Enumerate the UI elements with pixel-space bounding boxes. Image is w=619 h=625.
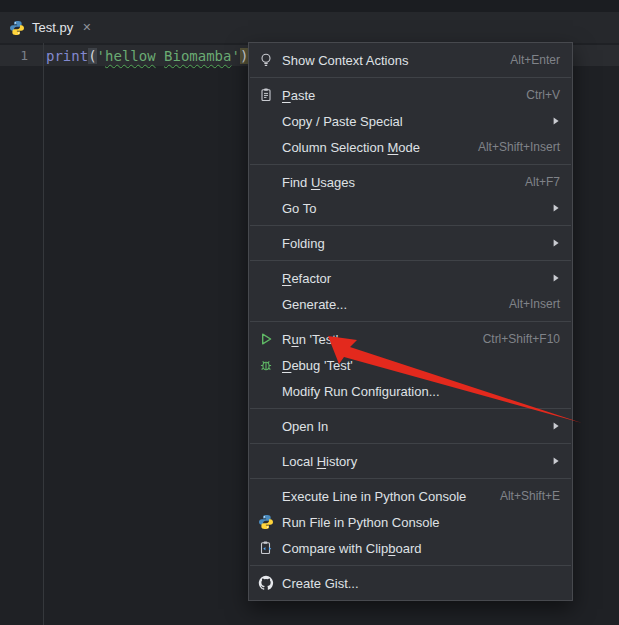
menu-item-run-test[interactable]: Run 'Test' Ctrl+Shift+F10: [249, 326, 572, 352]
icon-placeholder: [258, 113, 275, 129]
token-word-biomamba: Biomamba: [164, 48, 231, 64]
menu-item-generate[interactable]: Generate... Alt+Insert: [249, 291, 572, 317]
shortcut-label: Ctrl+Shift+F10: [483, 332, 560, 346]
menu-item-refactor[interactable]: Refactor: [249, 265, 572, 291]
shortcut-label: Alt+Insert: [509, 297, 560, 311]
submenu-arrow-icon: [552, 274, 560, 282]
menu-separator: [250, 443, 571, 444]
paste-icon: [258, 87, 275, 103]
icon-placeholder: [258, 235, 275, 251]
menu-separator: [250, 321, 571, 322]
menu-item-run-file-in-python-console[interactable]: Run File in Python Console: [249, 509, 572, 535]
submenu-arrow-icon: [552, 117, 560, 125]
shortcut-label: Alt+Shift+E: [500, 489, 560, 503]
menu-separator: [250, 164, 571, 165]
menu-item-find-usages[interactable]: Find Usages Alt+F7: [249, 169, 572, 195]
menu-item-copy-paste-special[interactable]: Copy / Paste Special: [249, 108, 572, 134]
token-quote-close: ': [231, 48, 239, 64]
token-word-hellow: hellow: [105, 48, 156, 64]
icon-placeholder: [258, 174, 275, 190]
token-quote-open: ': [97, 48, 105, 64]
title-bar: [0, 0, 619, 12]
shortcut-label: Alt+Enter: [510, 53, 560, 67]
menu-separator: [250, 478, 571, 479]
menu-item-go-to[interactable]: Go To: [249, 195, 572, 221]
token-lparen: (: [88, 48, 96, 64]
pycharm-window: Test.py ✕ 1 print('hellow Biomamba') Sho…: [0, 0, 619, 625]
gutter-border: [43, 43, 44, 625]
code-text: print('hellow Biomamba'): [46, 48, 248, 64]
icon-placeholder: [258, 383, 275, 399]
editor-tab-bar: Test.py ✕: [0, 12, 619, 43]
menu-separator: [250, 565, 571, 566]
python-icon: [258, 514, 275, 530]
submenu-arrow-icon: [552, 204, 560, 212]
tab-test-py[interactable]: Test.py ✕: [0, 12, 101, 43]
lightbulb-icon: [258, 52, 275, 68]
icon-placeholder: [258, 296, 275, 312]
close-icon[interactable]: ✕: [82, 21, 91, 34]
icon-placeholder: [258, 488, 275, 504]
icon-placeholder: [258, 270, 275, 286]
submenu-arrow-icon: [552, 457, 560, 465]
menu-item-modify-run-configuration[interactable]: Modify Run Configuration...: [249, 378, 572, 404]
line-number[interactable]: 1: [0, 48, 28, 63]
icon-placeholder: [258, 453, 275, 469]
python-icon: [9, 20, 25, 36]
menu-item-show-context-actions[interactable]: Show Context Actions Alt+Enter: [249, 47, 572, 73]
token-space: [156, 48, 164, 64]
shortcut-label: Alt+F7: [525, 175, 560, 189]
menu-item-folding[interactable]: Folding: [249, 230, 572, 256]
menu-item-paste[interactable]: Paste Ctrl+V: [249, 82, 572, 108]
menu-separator: [250, 260, 571, 261]
github-icon: [258, 575, 275, 591]
menu-item-open-in[interactable]: Open In: [249, 413, 572, 439]
icon-placeholder: [258, 200, 275, 216]
menu-item-execute-line-in-python-console[interactable]: Execute Line in Python Console Alt+Shift…: [249, 483, 572, 509]
menu-item-compare-with-clipboard[interactable]: Compare with Clipboard: [249, 535, 572, 561]
context-menu: Show Context Actions Alt+Enter Paste Ctr…: [248, 42, 573, 601]
shortcut-label: Ctrl+V: [526, 88, 560, 102]
icon-placeholder: [258, 418, 275, 434]
menu-separator: [250, 408, 571, 409]
submenu-arrow-icon: [552, 422, 560, 430]
menu-item-local-history[interactable]: Local History: [249, 448, 572, 474]
token-print: print: [46, 48, 88, 64]
submenu-arrow-icon: [552, 239, 560, 247]
icon-placeholder: [258, 139, 275, 155]
menu-separator: [250, 77, 571, 78]
shortcut-label: Alt+Shift+Insert: [478, 140, 560, 154]
run-icon: [258, 331, 275, 347]
menu-item-column-selection-mode[interactable]: Column Selection Mode Alt+Shift+Insert: [249, 134, 572, 160]
debug-icon: [258, 357, 275, 373]
menu-item-create-gist[interactable]: Create Gist...: [249, 570, 572, 596]
compare-clipboard-icon: [258, 540, 275, 556]
menu-separator: [250, 225, 571, 226]
tab-title: Test.py: [32, 20, 73, 35]
menu-item-debug-test[interactable]: Debug 'Test': [249, 352, 572, 378]
